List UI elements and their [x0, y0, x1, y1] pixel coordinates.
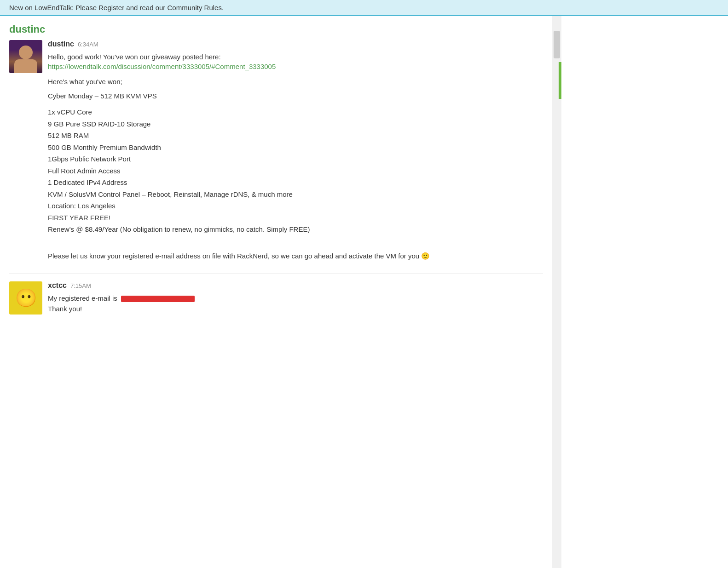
post-dustinc: dustinc 6:34AM Hello, good work! You've … [9, 40, 543, 269]
avatar-dustinc [9, 40, 42, 73]
spec-item-6: 1 Dedicated IPv4 Address [48, 177, 543, 189]
spec-item-1: 9 GB Pure SSD RAID-10 Storage [48, 118, 543, 130]
reply-inner-xctcc: 😶 xctcc 7:15AM My registered e-mail is T… [9, 281, 543, 315]
reply-email-line: My registered e-mail is [48, 294, 543, 302]
specs-list: 1x vCPU Core 9 GB Pure SSD RAID-10 Stora… [48, 106, 543, 235]
post-body-dustinc: Hello, good work! You've won our giveawa… [48, 51, 543, 262]
followup-span: Please let us know your registered e-mai… [48, 252, 430, 260]
timestamp-xctcc: 7:15AM [70, 282, 91, 289]
username-xctcc: xctcc [48, 281, 67, 290]
scrollbar-thumb[interactable] [554, 31, 560, 58]
post-content-dustinc: dustinc 6:34AM Hello, good work! You've … [48, 40, 543, 269]
spec-item-2: 512 MB RAM [48, 130, 543, 142]
prize-name: Cyber Monday – 512 MB KVM VPS [48, 92, 543, 100]
spec-item-0: 1x vCPU Core [48, 106, 543, 118]
redacted-email [121, 296, 195, 302]
post-body-xctcc: My registered e-mail is Thank you! [48, 292, 543, 313]
spec-item-5: Full Root Admin Access [48, 165, 543, 177]
username-dustinc: dustinc [48, 40, 74, 48]
post-header-dustinc: dustinc 6:34AM [48, 40, 543, 48]
post-header-xctcc: xctcc 7:15AM [48, 281, 543, 290]
spec-item-4: 1Gbps Public Network Port [48, 153, 543, 165]
spec-item-7: KVM / SolusVM Control Panel – Reboot, Re… [48, 189, 543, 200]
thank-you-text: Thank you! [48, 305, 543, 313]
timestamp-dustinc: 6:34AM [78, 41, 98, 48]
scrollbar-highlight [559, 62, 561, 99]
spec-item-10: Renew's @ $8.49/Year (No obligation to r… [48, 223, 543, 235]
notification-text: New on LowEndTalk: Please Register and r… [9, 4, 224, 11]
greeting-text: Hello, good work! You've won our giveawa… [48, 53, 543, 61]
spec-item-3: 500 GB Monthly Premium Bandwidth [48, 142, 543, 154]
scrollbar[interactable] [552, 16, 561, 568]
giveaway-link[interactable]: https://lowendtalk.com/discussion/commen… [48, 63, 543, 70]
spec-item-8: Location: Los Angeles [48, 200, 543, 212]
avatar-xctcc: 😶 [9, 281, 42, 315]
notification-bar: New on LowEndTalk: Please Register and r… [0, 0, 728, 16]
reply-prefix: My registered e-mail is [48, 294, 119, 302]
post-xctcc: 😶 xctcc 7:15AM My registered e-mail is T… [9, 274, 543, 315]
post-content-xctcc: xctcc 7:15AM My registered e-mail is Tha… [48, 281, 543, 313]
avatar-emoji-xctcc: 😶 [15, 288, 37, 308]
prize-intro: Here's what you've won; [48, 78, 543, 86]
divider-1 [48, 243, 543, 243]
followup-text: Please let us know your registered e-mai… [48, 251, 543, 262]
section-heading: dustinc [9, 16, 543, 40]
spec-item-9: FIRST YEAR FREE! [48, 212, 543, 224]
